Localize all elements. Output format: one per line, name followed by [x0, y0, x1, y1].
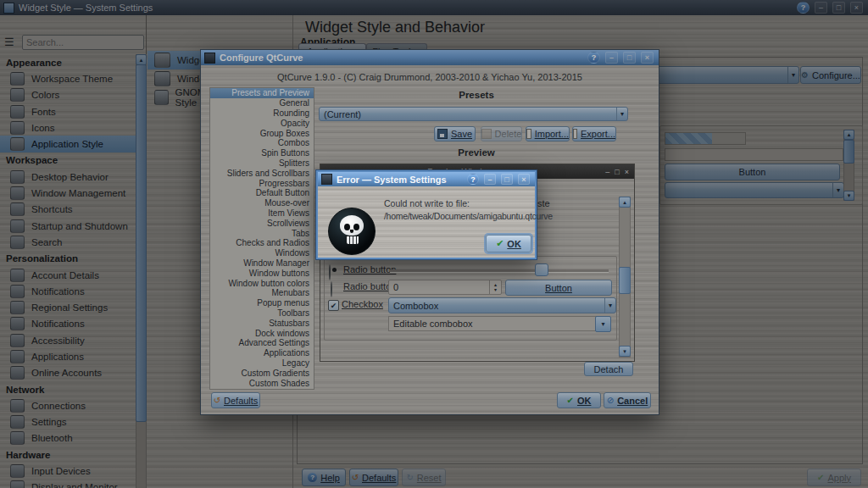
maximize-icon[interactable]: □	[501, 174, 513, 185]
close-icon[interactable]: ×	[518, 174, 530, 185]
error-window-icon	[321, 174, 332, 185]
help-icon[interactable]: ?	[467, 174, 479, 185]
error-ok-button[interactable]: ✔ OK	[486, 235, 531, 252]
ok-check-icon: ✔	[496, 238, 504, 249]
error-message-line1: Could not write to file:	[384, 198, 470, 208]
error-dialog: Error — System Settings ? – □ × Could no…	[315, 169, 537, 260]
error-skull-icon	[328, 208, 376, 255]
desktop-screen: Widget Style — System Settings ? – □ × ☰…	[0, 0, 868, 488]
minimize-icon[interactable]: –	[484, 174, 496, 185]
titlebar-buttons: ? – □ ×	[467, 174, 530, 185]
error-dialog-title: Error — System Settings	[337, 175, 447, 185]
error-dialog-titlebar[interactable]: Error — System Settings ? – □ ×	[318, 172, 535, 186]
error-ok-label: OK	[507, 239, 521, 249]
error-message-line2: /home/tweak/Documents/amigabuntu.qtcurve	[384, 211, 553, 221]
